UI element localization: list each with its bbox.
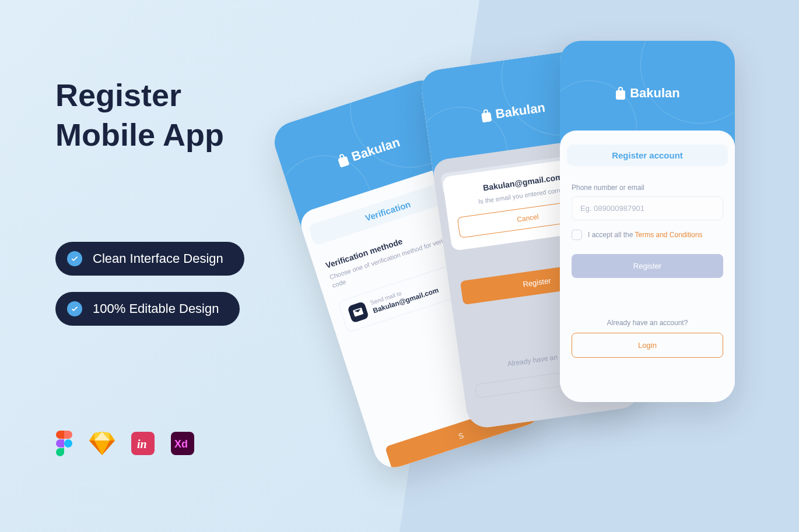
title-line-2: Mobile App [55, 117, 224, 152]
field-label: Phone number or email [572, 184, 723, 192]
sketch-icon [89, 432, 115, 455]
tool-icons-row: in Xd [55, 431, 194, 456]
feature-pill: Clean Interface Design [55, 242, 244, 276]
page-title: Register Mobile App [55, 76, 244, 154]
feature-pill: 100% Editable Design [55, 292, 240, 326]
register-button[interactable]: Register [572, 254, 723, 278]
mail-icon [347, 301, 369, 323]
terms-link[interactable]: Terms and Conditions [635, 231, 703, 239]
terms-checkbox[interactable] [572, 230, 582, 240]
xd-icon: Xd [171, 432, 194, 455]
screen-title: Register account [567, 145, 728, 166]
feature-label: 100% Editable Design [93, 301, 219, 316]
feature-label: Clean Interface Design [93, 251, 223, 266]
svg-text:Xd: Xd [174, 438, 188, 450]
check-icon [67, 251, 82, 266]
brand-logo: Bakulan [615, 86, 680, 101]
phone-mockup-register: Bakulan Register account Phone number or… [560, 41, 735, 402]
already-text: Already have an account? [572, 319, 723, 327]
svg-point-0 [64, 439, 72, 448]
login-button[interactable]: Login [572, 333, 723, 358]
phone-email-input[interactable]: Eg. 089000987901 [572, 196, 723, 220]
brand-name: Bakulan [630, 86, 680, 101]
check-icon [67, 301, 82, 316]
brand-name: Bakulan [350, 135, 402, 164]
brand-name: Bakulan [495, 100, 546, 122]
figma-icon [55, 431, 73, 456]
svg-text:in: in [137, 438, 147, 450]
invision-icon: in [131, 432, 155, 455]
brand-logo: Bakulan [335, 135, 402, 169]
title-line-1: Register [55, 77, 181, 112]
brand-logo: Bakulan [479, 100, 546, 124]
phone-header: Bakulan [560, 41, 735, 146]
terms-text: I accept all the Terms and Conditions [588, 231, 703, 239]
